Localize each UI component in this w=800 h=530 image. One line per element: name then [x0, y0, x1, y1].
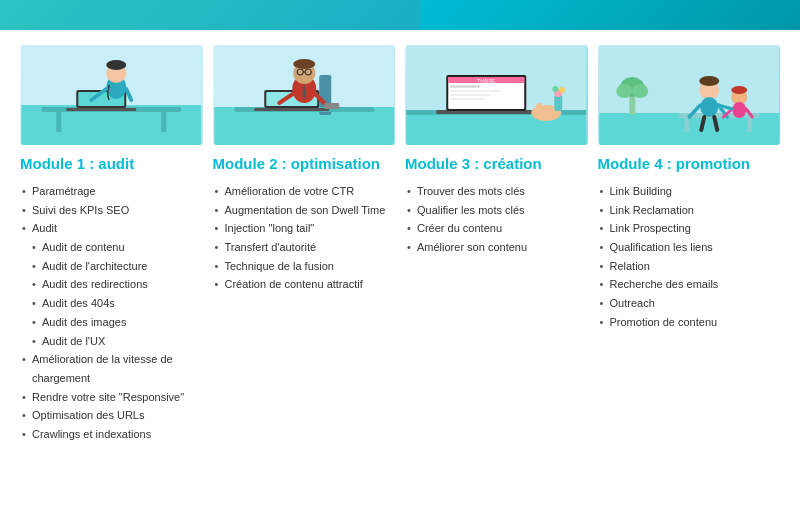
svg-rect-14: [214, 107, 394, 145]
list-item: Audit: [20, 219, 203, 238]
list-item: Relation: [598, 257, 781, 276]
list-item: Audit de contenu: [20, 238, 203, 257]
module-title-2: Module 2 : optimisation: [213, 155, 396, 172]
svg-point-61: [699, 76, 719, 86]
list-item: Link Reclamation: [598, 201, 781, 220]
list-item: Optimisation des URLs: [20, 406, 203, 425]
list-item: Amélioration de votre CTR: [213, 182, 396, 201]
svg-rect-41: [450, 98, 485, 100]
list-item: Qualification les liens: [598, 238, 781, 257]
svg-point-64: [731, 86, 747, 94]
module-list-3: Trouver des mots clésQualifier les mots …: [405, 182, 588, 257]
svg-point-70: [616, 84, 632, 98]
module-list-2: Amélioration de votre CTRAugmentation de…: [213, 182, 396, 294]
module-image-2: [213, 45, 396, 145]
list-item: Recherche des emails: [598, 275, 781, 294]
list-item: Audit des redirections: [20, 275, 203, 294]
svg-text:THAIRE: THAIRE: [477, 78, 496, 84]
svg-rect-39: [450, 90, 500, 92]
svg-rect-4: [161, 112, 166, 132]
list-item: Suivi des KPIs SEO: [20, 201, 203, 220]
list-item: Création de contenu attractif: [213, 275, 396, 294]
list-item: Trouver des mots clés: [405, 182, 588, 201]
list-item: Rendre votre site "Responsive": [20, 388, 203, 407]
module-title-3: Module 3 : création: [405, 155, 588, 172]
list-item: Paramétrage: [20, 182, 203, 201]
module-list-1: ParamétrageSuivi des KPIs SEOAuditAudit …: [20, 182, 203, 444]
list-item: Promotion de contenu: [598, 313, 781, 332]
svg-rect-43: [536, 103, 542, 118]
list-item: Technique de la fusion: [213, 257, 396, 276]
module-image-4: [598, 45, 781, 145]
svg-point-23: [293, 59, 315, 69]
list-item: Créer du contenu: [405, 219, 588, 238]
module-list-4: Link BuildingLink ReclamationLink Prospe…: [598, 182, 781, 332]
svg-point-56: [700, 97, 718, 117]
svg-rect-7: [66, 108, 136, 111]
list-item: Audit des 404s: [20, 294, 203, 313]
svg-rect-46: [554, 95, 562, 111]
module-image-3: THAIRE: [405, 45, 588, 145]
svg-rect-38: [450, 85, 480, 88]
list-item: Link Prospecting: [598, 219, 781, 238]
svg-point-63: [732, 102, 746, 118]
list-item: Améliorer son contenu: [405, 238, 588, 257]
list-item: Link Building: [598, 182, 781, 201]
svg-rect-3: [56, 112, 61, 132]
svg-point-49: [559, 87, 565, 93]
module-col-1: Module 1 : auditParamétrageSuivi des KPI…: [20, 45, 203, 444]
list-item: Outreach: [598, 294, 781, 313]
list-item: Augmentation de son Dwell Time: [213, 201, 396, 220]
svg-point-48: [552, 86, 558, 92]
module-col-4: Module 4 : promotionLink BuildingLink Re…: [598, 45, 781, 444]
svg-rect-53: [684, 118, 689, 132]
svg-rect-19: [254, 108, 329, 111]
top-banner: [0, 0, 800, 30]
module-title-1: Module 1 : audit: [20, 155, 203, 172]
list-item: Amélioration de la vitesse de chargement: [20, 350, 203, 387]
module-image-1: [20, 45, 203, 145]
svg-rect-44: [544, 107, 549, 119]
svg-rect-29: [324, 103, 339, 109]
svg-point-71: [632, 84, 648, 98]
list-item: Qualifier les mots clés: [405, 201, 588, 220]
module-col-2: Module 2 : optimisationAmélioration de v…: [213, 45, 396, 444]
module-col-3: THAIRE Module 3 : créationTrouver des mo…: [405, 45, 588, 444]
list-item: Audit des images: [20, 313, 203, 332]
modules-container: Module 1 : auditParamétrageSuivi des KPI…: [0, 30, 800, 454]
module-title-4: Module 4 : promotion: [598, 155, 781, 172]
svg-point-10: [106, 60, 126, 70]
svg-rect-54: [747, 118, 752, 132]
list-item: Audit de l'architecture: [20, 257, 203, 276]
list-item: Audit de l'UX: [20, 332, 203, 351]
svg-rect-40: [450, 94, 490, 96]
list-item: Injection "long tail": [213, 219, 396, 238]
list-item: Crawlings et indexations: [20, 425, 203, 444]
list-item: Transfert d'autorité: [213, 238, 396, 257]
